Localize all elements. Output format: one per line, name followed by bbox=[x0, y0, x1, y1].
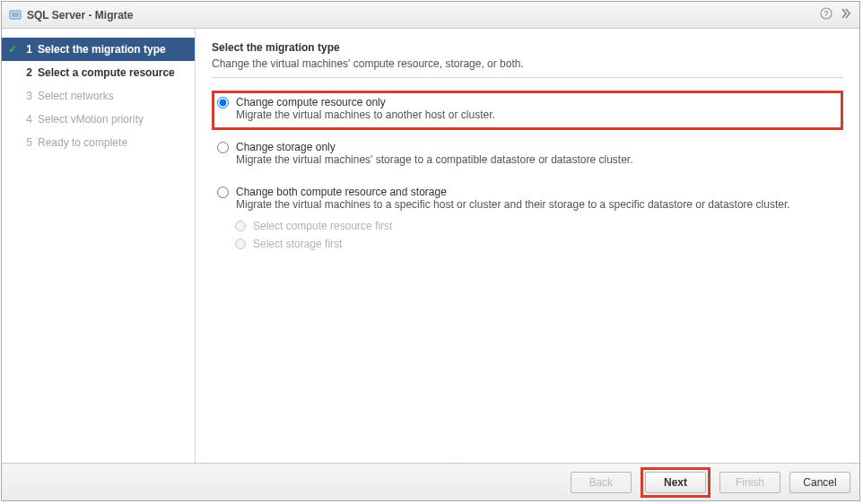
radio-change-compute[interactable] bbox=[217, 97, 229, 109]
vm-icon bbox=[9, 9, 22, 22]
subopt-compute-first: Select compute resource first bbox=[235, 220, 838, 232]
check-icon: ✓ bbox=[5, 43, 20, 56]
option-title: Change compute resource only bbox=[236, 96, 495, 109]
step-ready-to-complete: ✓ 5 Ready to complete bbox=[2, 131, 195, 154]
step-select-vmotion-priority: ✓ 4 Select vMotion priority bbox=[2, 108, 195, 131]
option-desc: Migrate the virtual machines to a specif… bbox=[236, 198, 790, 211]
wizard-footer: Back Next Finish Cancel bbox=[2, 463, 859, 500]
suboption-group: Select compute resource first Select sto… bbox=[217, 220, 838, 250]
titlebar: SQL Server - Migrate ? bbox=[2, 2, 859, 29]
radio-disabled-icon bbox=[235, 221, 246, 231]
subopt-label: Select compute resource first bbox=[253, 220, 392, 232]
radio-change-both[interactable] bbox=[217, 187, 229, 198]
next-button-highlight: Next bbox=[641, 467, 710, 498]
step-select-networks: ✓ 3 Select networks bbox=[2, 84, 195, 108]
finish-button[interactable]: Finish bbox=[719, 472, 780, 493]
step-label: Select the migration type bbox=[38, 43, 166, 56]
page-heading: Select the migration type bbox=[212, 41, 843, 54]
wizard-body: ✓ 1 Select the migration type ✓ 2 Select… bbox=[2, 29, 859, 463]
undock-icon[interactable] bbox=[840, 7, 852, 22]
option-title: Change storage only bbox=[236, 141, 633, 153]
step-label: Ready to complete bbox=[38, 136, 127, 149]
option-change-both[interactable]: Change both compute resource and storage… bbox=[212, 180, 843, 265]
radio-change-storage[interactable] bbox=[217, 142, 229, 153]
step-label: Select networks bbox=[38, 90, 114, 102]
svg-rect-1 bbox=[12, 13, 19, 17]
window-title: SQL Server - Migrate bbox=[27, 9, 134, 22]
next-button[interactable]: Next bbox=[645, 472, 706, 493]
option-desc: Migrate the virtual machines to another … bbox=[236, 109, 495, 121]
step-number: 1 bbox=[20, 43, 32, 56]
help-icon[interactable]: ? bbox=[820, 7, 832, 22]
step-label: Select a compute resource bbox=[38, 66, 175, 79]
option-change-compute-resource[interactable]: Change compute resource only Migrate the… bbox=[212, 91, 843, 130]
cancel-button[interactable]: Cancel bbox=[789, 472, 850, 493]
step-number: 4 bbox=[20, 113, 32, 126]
back-button[interactable]: Back bbox=[571, 472, 632, 493]
wizard-steps-sidebar: ✓ 1 Select the migration type ✓ 2 Select… bbox=[2, 29, 196, 463]
step-select-migration-type[interactable]: ✓ 1 Select the migration type bbox=[2, 38, 195, 61]
page-subtitle: Change the virtual machines' compute res… bbox=[212, 57, 843, 70]
step-number: 3 bbox=[20, 90, 32, 102]
step-number: 5 bbox=[20, 136, 32, 149]
subopt-storage-first: Select storage first bbox=[235, 238, 838, 250]
wizard-main-panel: Select the migration type Change the vir… bbox=[196, 29, 859, 463]
divider bbox=[212, 77, 843, 78]
step-select-compute-resource[interactable]: ✓ 2 Select a compute resource bbox=[2, 61, 195, 84]
option-title: Change both compute resource and storage bbox=[236, 186, 790, 198]
svg-text:?: ? bbox=[824, 9, 829, 18]
radio-disabled-icon bbox=[235, 239, 246, 249]
option-change-storage[interactable]: Change storage only Migrate the virtual … bbox=[212, 135, 843, 175]
step-number: 2 bbox=[20, 66, 32, 79]
migrate-wizard: SQL Server - Migrate ? ✓ 1 Select the mi… bbox=[1, 1, 860, 501]
option-desc: Migrate the virtual machines' storage to… bbox=[236, 153, 633, 166]
subopt-label: Select storage first bbox=[253, 238, 342, 250]
step-label: Select vMotion priority bbox=[38, 113, 144, 126]
